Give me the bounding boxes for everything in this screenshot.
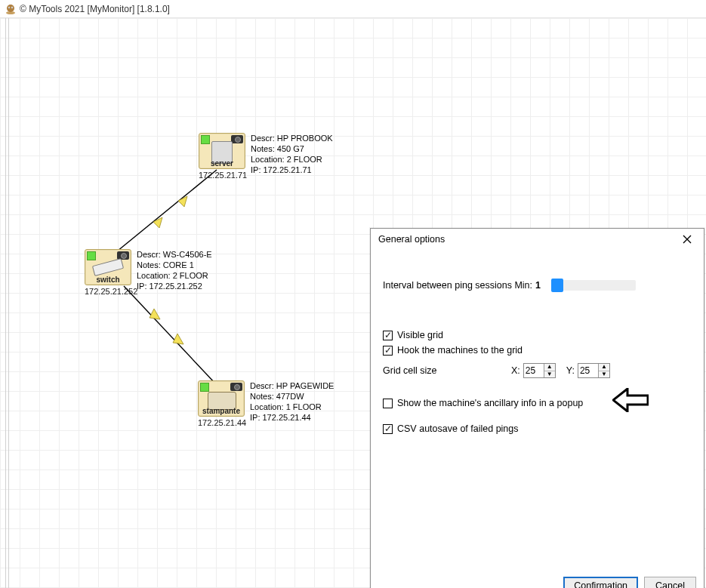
grid-size-row: Grid cell size X: ▲▼ Y: ▲▼ [383, 363, 692, 378]
status-led-icon [200, 383, 209, 392]
popup-row: Show the machine's ancillary info in a p… [383, 398, 692, 408]
grid-y-input[interactable] [578, 365, 598, 376]
close-button[interactable] [678, 230, 696, 248]
spin-up-icon[interactable]: ▲ [599, 364, 609, 371]
info-ip: IP: 172.25.21.252 [137, 281, 212, 291]
app-icon [5, 3, 17, 15]
visible-grid-row: Visible grid [383, 330, 692, 340]
svg-point-5 [12, 7, 13, 8]
csv-row: CSV autosave of failed pings [383, 423, 692, 434]
status-led-icon [87, 251, 96, 260]
node-ip: 172.25.21.44 [198, 418, 246, 427]
node-icon: stampante [198, 380, 245, 417]
confirmation-button[interactable]: Confirmation [563, 577, 638, 588]
titlebar: © MyTools 2021 [MyMonitor] [1.8.1.0] [0, 0, 706, 18]
interval-row: Interval between ping sessions Min: 1 [383, 280, 692, 291]
node-type-label: server [199, 159, 245, 168]
info-descr: Descr: WS-C4506-E [137, 249, 212, 260]
info-location: Location: 2 FLOOR [137, 270, 212, 281]
info-ip: IP: 172.25.21.44 [250, 412, 334, 423]
interval-value: 1 [535, 280, 541, 291]
node-switch-info: Descr: WS-C4506-E Notes: CORE 1 Location… [137, 249, 212, 291]
interval-label: Interval between ping sessions Min: [383, 280, 532, 291]
close-icon [683, 235, 692, 244]
info-ip: IP: 172.25.21.71 [251, 165, 333, 175]
info-location: Location: 2 FLOOR [251, 154, 333, 165]
info-notes: Notes: 477DW [250, 391, 334, 402]
node-ip: 172.25.21.252 [85, 287, 137, 296]
app-title: © MyTools 2021 [MyMonitor] [1.8.1.0] [20, 4, 170, 14]
y-label: Y: [566, 365, 575, 376]
x-label: X: [511, 365, 520, 376]
general-options-dialog: General options Interval between ping se… [370, 228, 704, 588]
spin-up-icon[interactable]: ▲ [544, 364, 555, 371]
info-location: Location: 1 FLOOR [250, 402, 334, 412]
dialog-body: Interval between ping sessions Min: 1 Vi… [371, 250, 704, 573]
margin-line [8, 18, 9, 588]
grid-x-input[interactable] [524, 365, 544, 376]
svg-point-4 [9, 7, 10, 8]
spin-down-icon[interactable]: ▼ [599, 371, 609, 377]
grid-y-spinner[interactable]: ▲▼ [578, 363, 610, 378]
info-notes: Notes: CORE 1 [137, 260, 212, 270]
interval-slider[interactable] [551, 280, 636, 291]
cancel-button[interactable]: Cancel [644, 577, 696, 588]
csv-checkbox[interactable] [383, 424, 393, 434]
hook-grid-checkbox[interactable] [383, 346, 393, 356]
node-type-label: stampante [199, 407, 244, 415]
popup-checkbox[interactable] [383, 399, 393, 408]
hook-grid-row: Hook the machines to the grid [383, 345, 692, 356]
node-type-label: switch [85, 276, 131, 284]
margin-line [5, 18, 6, 588]
dialog-title: General options [378, 234, 445, 245]
camera-icon [231, 135, 243, 143]
node-icon: server [199, 133, 245, 169]
grid-x-spinner[interactable]: ▲▼ [523, 363, 556, 378]
canvas[interactable]: server 172.25.21.71 Descr: HP PROBOOK No… [0, 18, 706, 588]
node-ip: 172.25.21.71 [199, 171, 247, 180]
hook-grid-label: Hook the machines to the grid [397, 345, 523, 356]
visible-grid-label: Visible grid [397, 330, 443, 340]
node-printer[interactable]: stampante 172.25.21.44 [198, 380, 246, 427]
info-descr: Descr: HP PROBOOK [251, 133, 333, 143]
node-server-info: Descr: HP PROBOOK Notes: 450 G7 Location… [251, 133, 333, 175]
slider-thumb[interactable] [551, 279, 563, 292]
info-notes: Notes: 450 G7 [251, 143, 333, 154]
info-descr: Descr: HP PAGEWIDE [250, 380, 334, 391]
spin-down-icon[interactable]: ▼ [544, 371, 555, 377]
popup-label: Show the machine's ancillary info in a p… [397, 398, 583, 408]
camera-icon [230, 383, 242, 391]
dialog-footer: Confirmation Cancel [371, 573, 704, 588]
node-printer-info: Descr: HP PAGEWIDE Notes: 477DW Location… [250, 380, 334, 423]
status-led-icon [201, 135, 210, 144]
svg-point-1 [7, 5, 14, 12]
node-switch[interactable]: switch 172.25.21.252 [85, 249, 137, 296]
csv-label: CSV autosave of failed pings [397, 423, 519, 434]
switch-icon [92, 258, 124, 276]
dialog-titlebar[interactable]: General options [371, 229, 704, 250]
grid-size-label: Grid cell size [383, 365, 511, 376]
node-icon: switch [85, 249, 131, 285]
visible-grid-checkbox[interactable] [383, 331, 393, 340]
node-server[interactable]: server 172.25.21.71 [199, 133, 247, 180]
